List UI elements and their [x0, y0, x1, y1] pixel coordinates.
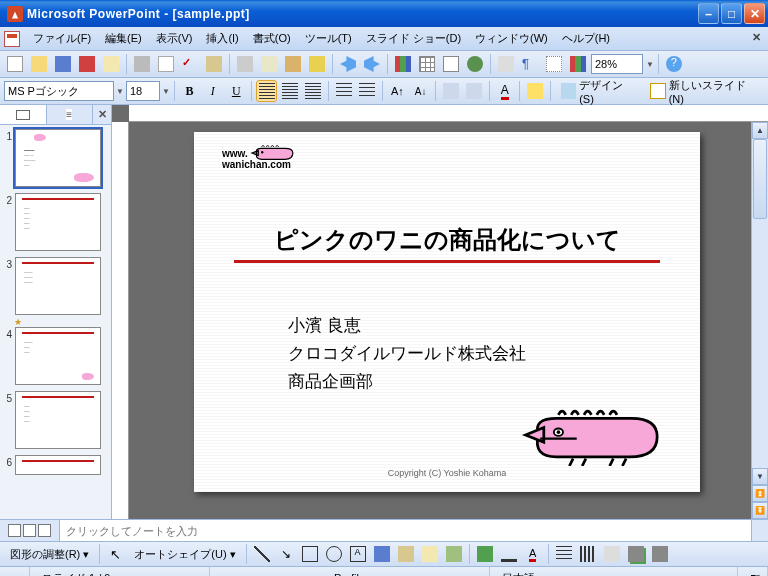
oval-button[interactable]	[323, 543, 345, 565]
insert-table-button[interactable]	[416, 53, 438, 75]
menu-slideshow[interactable]: スライド ショー(D)	[359, 28, 468, 49]
align-right-button[interactable]	[303, 80, 324, 102]
slide-canvas[interactable]: www.wanichan.com ピンクのワニの商品化について 小濱 良恵 クロ…	[129, 122, 768, 519]
slide[interactable]: www.wanichan.com ピンクのワニの商品化について 小濱 良恵 クロ…	[194, 132, 700, 492]
menu-help[interactable]: ヘルプ(H)	[555, 28, 617, 49]
slide-body[interactable]: 小濱 良恵 クロコダイルワールド株式会社 商品企画部	[288, 312, 526, 396]
email-button[interactable]	[100, 53, 122, 75]
save-button[interactable]	[52, 53, 74, 75]
help-button[interactable]: ?	[663, 53, 685, 75]
diagram-button[interactable]	[395, 543, 417, 565]
show-grid-button[interactable]	[543, 53, 565, 75]
redo-button[interactable]	[361, 53, 383, 75]
doc-close-button[interactable]: ✕	[748, 31, 764, 47]
scroll-up-button[interactable]: ▲	[752, 122, 768, 139]
horizontal-ruler[interactable]	[129, 105, 768, 122]
print-button[interactable]	[131, 53, 153, 75]
thumbnail-4[interactable]: ───────	[15, 327, 101, 385]
wordart-button[interactable]	[371, 543, 393, 565]
menu-format[interactable]: 書式(O)	[246, 28, 298, 49]
minimize-button[interactable]: –	[698, 3, 719, 24]
menu-tools[interactable]: ツール(T)	[298, 28, 359, 49]
3d-button[interactable]	[649, 543, 671, 565]
textbox-button[interactable]: A	[347, 543, 369, 565]
font-color-button[interactable]: A	[494, 80, 515, 102]
zoom-select[interactable]	[591, 54, 643, 74]
arrow-button[interactable]: ↘	[275, 543, 297, 565]
new-button[interactable]	[4, 53, 26, 75]
insert-hyperlink-button[interactable]	[464, 53, 486, 75]
dash-style-button[interactable]	[577, 543, 599, 565]
expand-all-button[interactable]	[495, 53, 517, 75]
notes-input[interactable]	[60, 520, 751, 541]
notes-scroll[interactable]	[751, 520, 768, 541]
undo-button[interactable]	[337, 53, 359, 75]
thumbnail-list[interactable]: 1 ━━━━━── ─────── 2 ────────── 3 ───────…	[0, 125, 111, 519]
thumbnail-6[interactable]	[15, 455, 101, 475]
slide-title[interactable]: ピンクのワニの商品化について	[234, 224, 660, 262]
increase-indent-button[interactable]	[464, 80, 485, 102]
slides-tab[interactable]	[0, 105, 47, 124]
line-button[interactable]	[251, 543, 273, 565]
design-button[interactable]: デザイン(S)	[555, 80, 642, 102]
numbering-button[interactable]	[333, 80, 354, 102]
fill-color-button[interactable]	[474, 543, 496, 565]
thumbnail-5[interactable]: ────────	[15, 391, 101, 449]
thumbnail-1[interactable]: ━━━━━── ───────	[15, 129, 101, 187]
vertical-scrollbar[interactable]: ▲ ▼ ⏫ ⏬	[751, 122, 768, 519]
shadow-button[interactable]	[625, 543, 647, 565]
font-size-select[interactable]	[126, 81, 160, 101]
vertical-ruler[interactable]	[112, 122, 129, 519]
permission-button[interactable]	[76, 53, 98, 75]
maximize-button[interactable]: □	[721, 3, 742, 24]
print-preview-button[interactable]	[155, 53, 177, 75]
increase-font-button[interactable]: A↑	[387, 80, 408, 102]
highlight-button[interactable]	[524, 80, 545, 102]
research-button[interactable]	[203, 53, 225, 75]
thumbnail-3[interactable]: ─────────	[15, 257, 101, 315]
format-painter-button[interactable]	[306, 53, 328, 75]
slideshow-view-button[interactable]	[38, 524, 51, 537]
bold-button[interactable]: B	[179, 80, 200, 102]
thumbnail-2[interactable]: ──────────	[15, 193, 101, 251]
prev-slide-button[interactable]: ⏫	[752, 485, 768, 502]
paste-button[interactable]	[282, 53, 304, 75]
align-left-button[interactable]	[256, 80, 277, 102]
arrow-style-button[interactable]	[601, 543, 623, 565]
tables-borders-button[interactable]	[440, 53, 462, 75]
decrease-font-button[interactable]: A↓	[410, 80, 431, 102]
insert-chart-button[interactable]	[392, 53, 414, 75]
scroll-thumb[interactable]	[753, 139, 767, 219]
menu-view[interactable]: 表示(V)	[149, 28, 200, 49]
menu-edit[interactable]: 編集(E)	[98, 28, 149, 49]
pane-close-button[interactable]: ✕	[93, 105, 111, 124]
line-style-button[interactable]	[553, 543, 575, 565]
font-color-button-2[interactable]: A	[522, 543, 544, 565]
document-icon[interactable]	[4, 31, 20, 47]
menu-file[interactable]: ファイル(F)	[26, 28, 98, 49]
bullets-button[interactable]	[356, 80, 377, 102]
outline-tab[interactable]: ≡	[47, 105, 94, 124]
scroll-down-button[interactable]: ▼	[752, 468, 768, 485]
copy-button[interactable]	[258, 53, 280, 75]
close-button[interactable]: ✕	[744, 3, 765, 24]
italic-button[interactable]: I	[202, 80, 223, 102]
next-slide-button[interactable]: ⏬	[752, 502, 768, 519]
align-center-button[interactable]	[279, 80, 300, 102]
select-objects-button[interactable]: ↖	[104, 543, 126, 565]
decrease-indent-button[interactable]	[440, 80, 461, 102]
menu-window[interactable]: ウィンドウ(W)	[468, 28, 555, 49]
sorter-view-button[interactable]	[23, 524, 36, 537]
color-grayscale-button[interactable]	[567, 53, 589, 75]
new-slide-button[interactable]: 新しいスライド(N)	[644, 80, 764, 102]
open-button[interactable]	[28, 53, 50, 75]
normal-view-button[interactable]	[8, 524, 21, 537]
cut-button[interactable]	[234, 53, 256, 75]
font-name-select[interactable]	[4, 81, 114, 101]
autoshapes-button[interactable]: オートシェイプ(U) ▾	[128, 543, 241, 565]
rectangle-button[interactable]	[299, 543, 321, 565]
picture-button[interactable]	[443, 543, 465, 565]
clipart-button[interactable]	[419, 543, 441, 565]
show-formatting-button[interactable]: ¶	[519, 53, 541, 75]
draw-menu-button[interactable]: 図形の調整(R) ▾	[4, 543, 95, 565]
